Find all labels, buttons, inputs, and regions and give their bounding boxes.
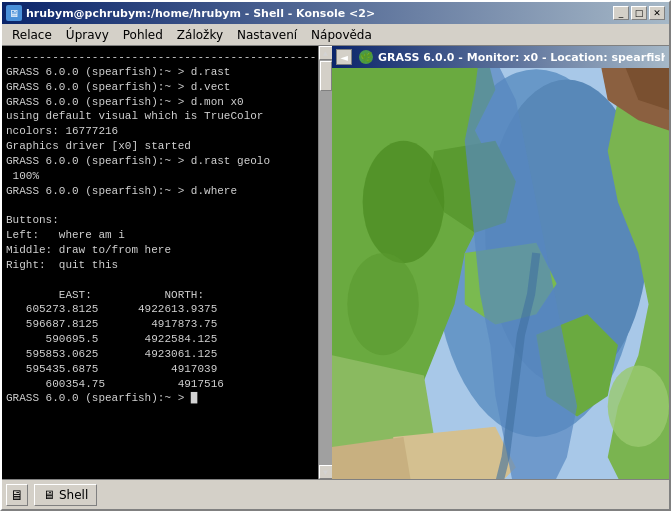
scroll-down-button[interactable]: ▼	[319, 465, 333, 479]
title-bar: 🖥 hrubym@pchrubym:/home/hrubym - Shell -…	[2, 2, 669, 24]
menu-pohled[interactable]: Pohled	[117, 26, 169, 44]
terminal-pane[interactable]: ----------------------------------------…	[2, 46, 332, 479]
menu-upravy[interactable]: Úpravy	[60, 26, 115, 44]
svg-point-7	[608, 365, 669, 447]
shell-icon: 🖥	[43, 488, 55, 502]
menu-bar: Relace Úpravy Pohled Záložky Nastavení N…	[2, 24, 669, 46]
scrollbar-track[interactable]	[319, 60, 333, 465]
shell-label: Shell	[59, 488, 88, 502]
map-title-bar: ◄ 🌿 GRASS 6.0.0 - Monitor: x0 - Location…	[332, 46, 669, 68]
window-title: hrubym@pchrubym:/home/hrubym - Shell - K…	[26, 7, 375, 20]
maximize-button[interactable]: □	[631, 6, 647, 20]
map-scroll-button[interactable]: ◄	[336, 49, 352, 65]
scroll-up-button[interactable]: ▲	[319, 46, 333, 60]
title-buttons: _ □ ✕	[613, 6, 665, 20]
svg-point-5	[363, 141, 445, 264]
menu-napoveda[interactable]: Nápověda	[305, 26, 378, 44]
menu-relace[interactable]: Relace	[6, 26, 58, 44]
svg-point-6	[347, 253, 418, 355]
status-icon: 🖥	[6, 484, 28, 506]
terminal-text: ----------------------------------------…	[6, 50, 328, 406]
scrollbar-thumb[interactable]	[320, 61, 332, 91]
title-bar-left: 🖥 hrubym@pchrubym:/home/hrubym - Shell -…	[6, 5, 375, 21]
map-canvas[interactable]	[332, 68, 669, 479]
map-pane: ◄ 🌿 GRASS 6.0.0 - Monitor: x0 - Location…	[332, 46, 669, 479]
menu-nastaveni[interactable]: Nastavení	[231, 26, 303, 44]
shell-button[interactable]: 🖥 Shell	[34, 484, 97, 506]
status-bar: 🖥 🖥 Shell	[2, 479, 669, 509]
menu-zalozky[interactable]: Záložky	[171, 26, 229, 44]
window-icon: 🖥	[6, 5, 22, 21]
main-window: 🖥 hrubym@pchrubym:/home/hrubym - Shell -…	[0, 0, 671, 511]
svg-text:🌿: 🌿	[360, 51, 373, 64]
terminal-scrollbar[interactable]: ▲ ▼	[318, 46, 332, 479]
map-window-title: GRASS 6.0.0 - Monitor: x0 - Location: sp…	[378, 51, 665, 64]
content-area: ----------------------------------------…	[2, 46, 669, 479]
minimize-button[interactable]: _	[613, 6, 629, 20]
grass-icon: 🌿	[358, 49, 374, 65]
close-button[interactable]: ✕	[649, 6, 665, 20]
